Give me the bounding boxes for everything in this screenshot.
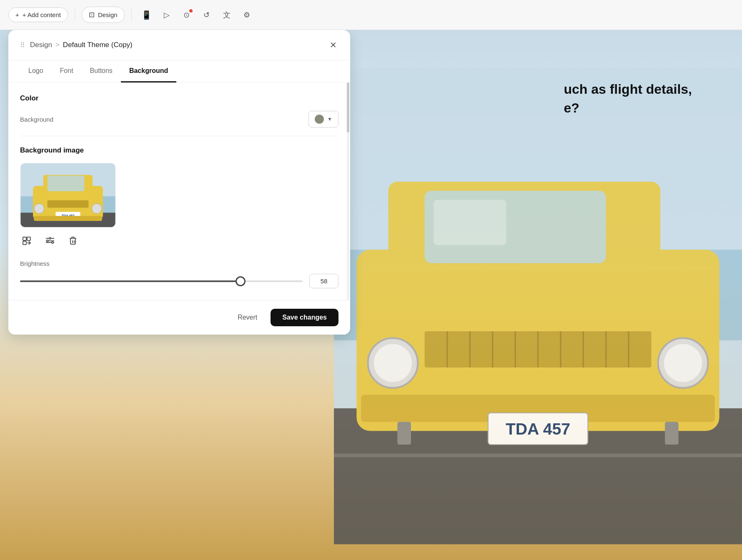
panel-content: Color Background ▼ Background image (8, 82, 350, 300)
slider-track (20, 280, 303, 282)
background-color-row: Background ▼ (20, 111, 338, 136)
translate-button[interactable]: 文 (218, 7, 235, 23)
panel-footer: Revert Save changes (8, 300, 350, 335)
svg-rect-7 (434, 200, 506, 245)
svg-rect-3 (334, 454, 742, 458)
brightness-row (20, 274, 338, 288)
image-preview[interactable]: TDA 457 (20, 163, 116, 228)
toolbar: + + Add content ⊡ Design 📱 ▷ ⊙ ↺ 文 ⚙ (0, 0, 742, 30)
color-picker-button[interactable]: ▼ (308, 111, 338, 128)
svg-point-42 (47, 240, 48, 242)
toolbar-divider-1 (75, 9, 75, 21)
tab-buttons[interactable]: Buttons (82, 60, 121, 82)
overlay-text: uch as flight details, e? (564, 80, 692, 118)
tab-background[interactable]: Background (121, 60, 176, 82)
tab-logo[interactable]: Logo (20, 60, 52, 82)
design-label: Design (98, 11, 118, 18)
svg-rect-40 (27, 237, 30, 240)
svg-point-44 (52, 242, 53, 243)
svg-point-43 (49, 238, 51, 239)
overlay-text-line2: e? (564, 99, 692, 118)
notification-badge (189, 9, 193, 12)
play-button[interactable]: ▷ (158, 7, 175, 23)
bg-image-section-title: Background image (20, 146, 338, 155)
close-panel-button[interactable]: ✕ (328, 38, 338, 52)
design-button[interactable]: ⊡ Design (82, 7, 125, 23)
panel-header-left: ⠿ Design > Default Theme (Copy) (20, 41, 133, 49)
panel-tabs: Logo Font Buttons Background (8, 60, 350, 82)
scroll-thumb[interactable] (347, 82, 349, 132)
panel-header: ⠿ Design > Default Theme (Copy) ✕ (8, 30, 350, 60)
revert-button[interactable]: Revert (231, 310, 264, 325)
slider-thumb[interactable] (236, 276, 246, 286)
image-controls (20, 234, 338, 250)
svg-rect-35 (48, 200, 89, 208)
brightness-input[interactable] (309, 274, 338, 288)
add-icon: + (15, 11, 19, 18)
add-content-label: + Add content (23, 11, 61, 18)
background-color-label: Background (20, 116, 53, 123)
background-image-section: Background image (20, 146, 338, 288)
color-section: Color Background ▼ (20, 94, 338, 136)
svg-rect-26 (665, 422, 679, 445)
replace-icon (22, 236, 32, 246)
toolbar-divider-2 (131, 9, 132, 21)
svg-rect-25 (397, 422, 411, 445)
svg-rect-38 (34, 216, 102, 221)
play-icon: ▷ (164, 10, 170, 20)
settings-button[interactable]: ⚙ (238, 7, 255, 23)
color-swatch (315, 115, 324, 124)
translate-icon: 文 (223, 10, 231, 20)
breadcrumb-separator: > (55, 41, 60, 49)
svg-text:TDA 457: TDA 457 (506, 420, 570, 438)
brightness-label: Brightness (20, 260, 338, 267)
dropdown-arrow-icon: ▼ (327, 116, 332, 122)
brightness-slider[interactable] (20, 280, 303, 282)
accessibility-icon: ⊙ (183, 10, 190, 20)
svg-rect-32 (48, 176, 85, 192)
add-content-button[interactable]: + + Add content (8, 8, 68, 22)
breadcrumb-current: Default Theme (Copy) (63, 41, 133, 49)
svg-rect-39 (23, 237, 26, 240)
droplet-icon (316, 115, 323, 123)
svg-point-33 (34, 204, 44, 214)
trash-icon (68, 236, 78, 246)
svg-point-11 (664, 344, 702, 382)
brightness-section: Brightness (20, 260, 338, 288)
breadcrumb-parent[interactable]: Design (30, 41, 52, 49)
svg-point-34 (92, 204, 102, 214)
mobile-preview-button[interactable]: 📱 (138, 7, 155, 23)
drag-handle-icon[interactable]: ⠿ (20, 41, 25, 49)
svg-rect-41 (23, 241, 26, 245)
adjust-icon (45, 236, 55, 246)
replace-image-button[interactable] (20, 234, 33, 250)
settings-icon: ⚙ (243, 10, 250, 20)
image-preview-svg: TDA 457 (20, 163, 115, 227)
svg-point-9 (374, 344, 412, 382)
design-icon: ⊡ (89, 10, 95, 19)
mobile-icon: 📱 (141, 10, 152, 20)
adjust-image-button[interactable] (43, 234, 57, 250)
tab-font[interactable]: Font (52, 60, 82, 82)
overlay-text-line1: uch as flight details, (564, 80, 692, 99)
breadcrumb: Design > Default Theme (Copy) (30, 41, 133, 49)
design-panel: ⠿ Design > Default Theme (Copy) ✕ Logo F… (8, 30, 350, 335)
delete-image-button[interactable] (67, 234, 79, 250)
accessibility-button[interactable]: ⊙ (178, 7, 195, 23)
history-icon: ↺ (203, 10, 210, 20)
scroll-track (347, 82, 349, 300)
history-button[interactable]: ↺ (198, 7, 215, 23)
slider-fill (20, 280, 241, 282)
save-changes-button[interactable]: Save changes (271, 309, 338, 326)
color-section-title: Color (20, 94, 338, 102)
